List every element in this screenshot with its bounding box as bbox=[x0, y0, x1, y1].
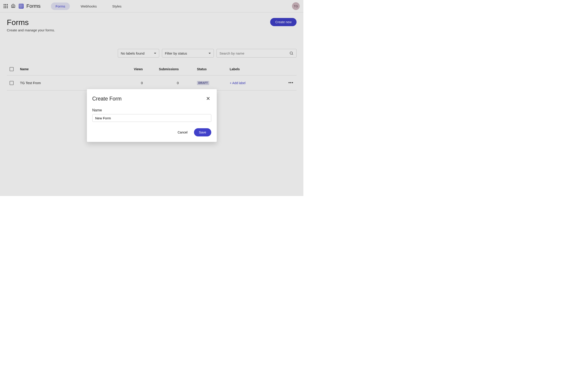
save-button[interactable]: Save bbox=[194, 128, 211, 136]
modal-footer: Cancel Save bbox=[92, 128, 211, 136]
cancel-button[interactable]: Cancel bbox=[172, 128, 192, 136]
close-icon[interactable]: ✕ bbox=[205, 96, 211, 102]
name-field-label: Name bbox=[92, 108, 211, 112]
modal-title: Create Form bbox=[92, 96, 122, 102]
form-name-input[interactable] bbox=[92, 114, 211, 122]
modal-header: Create Form ✕ bbox=[92, 96, 211, 102]
modal-overlay[interactable]: Create Form ✕ Name Cancel Save bbox=[0, 0, 303, 196]
create-form-modal: Create Form ✕ Name Cancel Save bbox=[87, 89, 217, 142]
